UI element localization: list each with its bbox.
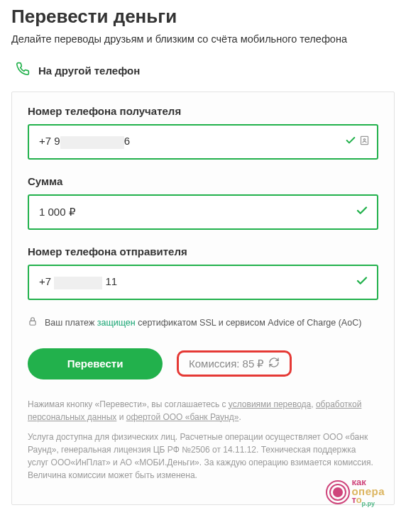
transfer-form: Номер телефона получателя +7 96 Сумма 1 …: [11, 92, 395, 505]
page-title: Перевести деньги: [11, 6, 395, 28]
svg-rect-2: [30, 321, 35, 325]
valid-check-icon: [356, 204, 368, 220]
sender-input[interactable]: +7 11: [28, 265, 378, 300]
security-link[interactable]: защищен: [97, 318, 136, 328]
svg-point-1: [363, 139, 366, 141]
sender-label: Номер телефона отправителя: [28, 245, 378, 257]
recipient-value: +7 96: [39, 135, 130, 148]
commission-badge: Комиссия: 85 ₽: [177, 350, 292, 377]
transfer-button[interactable]: Перевести: [28, 348, 163, 379]
page-subtitle: Делайте переводы друзьям и близким со сч…: [11, 33, 395, 45]
security-notice: Ваш платеж защищен сертификатом SSL и се…: [28, 316, 378, 331]
legal-disclaimer: Услуга доступна для физических лиц. Расч…: [28, 431, 378, 482]
refresh-icon[interactable]: [268, 357, 280, 370]
amount-value: 1 000 ₽: [39, 206, 76, 218]
action-row: Перевести Комиссия: 85 ₽: [28, 348, 378, 379]
tab-other-phone[interactable]: На другой телефон: [16, 62, 395, 79]
phone-icon: [16, 62, 30, 79]
lock-icon: [28, 316, 38, 331]
valid-check-icon: [345, 135, 356, 149]
recipient-label: Номер телефона получателя: [28, 105, 378, 117]
valid-check-icon: [356, 275, 368, 290]
amount-input[interactable]: 1 000 ₽: [28, 194, 378, 230]
amount-label: Сумма: [28, 175, 378, 187]
recipient-input[interactable]: +7 96: [28, 124, 378, 160]
tab-label: На другой телефон: [38, 65, 140, 77]
contacts-icon[interactable]: [359, 134, 370, 150]
sender-value: +7 11: [39, 275, 117, 289]
legal-link-offer[interactable]: офертой ООО «банк Раунд»: [126, 412, 239, 422]
legal-agreement: Нажимая кнопку «Перевести», вы соглашает…: [28, 398, 378, 423]
legal-link-terms[interactable]: условиями перевода: [229, 399, 311, 409]
commission-text: Комиссия: 85 ₽: [189, 358, 264, 370]
